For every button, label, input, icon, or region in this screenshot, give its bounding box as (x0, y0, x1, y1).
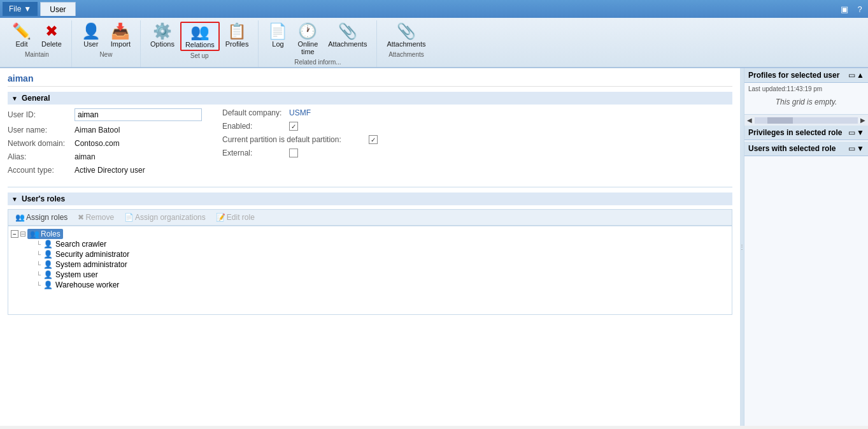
tree-root-row: − ⊟ 👥 Roles (11, 229, 729, 239)
tree-child-icon-2: └ (36, 251, 41, 258)
scroll-right-arrow[interactable]: ▶ (858, 115, 868, 126)
partition-label: Current partition is default partition: (222, 135, 369, 144)
tree-item-label-4: System user (55, 270, 98, 279)
privileges-collapse-icon[interactable]: ▼ (857, 128, 864, 137)
roles-group-icon: 👥 (30, 229, 39, 238)
options-icon: ⚙️ (153, 24, 172, 39)
attachments2-button[interactable]: 📎 Attachments (382, 22, 430, 50)
tree-root-label: Roles (41, 229, 60, 238)
log-icon: 📄 (268, 24, 287, 39)
assign-orgs-icon: 📄 (124, 213, 134, 222)
partition-checkbox[interactable] (369, 135, 378, 144)
delete-button[interactable]: ✖ Delete (37, 22, 66, 50)
attachments2-group-label: Attachments (388, 51, 424, 59)
profiles-section-header[interactable]: Profiles for selected user ▭ ▲ (744, 68, 868, 83)
profiles-section-title: Profiles for selected user (748, 71, 848, 80)
online-time-button[interactable]: 🕐 Onlinetime (293, 22, 322, 57)
attachments2-icon: 📎 (397, 24, 416, 39)
enabled-row: Enabled: (222, 122, 378, 131)
general-arrow: ▼ (11, 95, 18, 102)
user-icon: 👤 (82, 24, 101, 39)
general-left-fields: User ID: User name: Aiman Batool Network… (8, 108, 202, 177)
tree-item-label-2: Security administrator (55, 250, 129, 259)
assign-orgs-button[interactable]: 📄 Assign organizations (120, 211, 210, 224)
tree-child-icon-3: └ (36, 261, 41, 268)
account-type-label: Account type: (8, 166, 75, 175)
remove-button[interactable]: ✖ Remove (73, 211, 118, 224)
relations-icon: 👥 (190, 24, 210, 40)
tree-item-system-user[interactable]: └ 👤 System user (31, 270, 729, 280)
attachments-icon: 📎 (338, 24, 357, 39)
network-domain-label: Network domain: (8, 139, 75, 148)
users-collapse-icon[interactable]: ▼ (857, 144, 864, 153)
tree-item-warehouse-worker[interactable]: └ 👤 Warehouse worker (31, 280, 729, 290)
general-section-label: General (22, 94, 50, 103)
user-name-row: User name: Aiman Batool (8, 126, 202, 135)
edit-button[interactable]: ✏️ Edit (8, 22, 36, 50)
assign-roles-icon: 👥 (15, 213, 25, 222)
privileges-section-header[interactable]: Privileges in selected role ▭ ▼ (744, 126, 868, 140)
attachments-button[interactable]: 📎 Attachments (324, 22, 371, 50)
privileges-expand-icon[interactable]: ▭ (848, 128, 855, 137)
maintain-group-label: Maintain (25, 51, 49, 59)
enabled-checkbox[interactable] (289, 122, 298, 131)
external-checkbox[interactable] (289, 149, 298, 157)
user-tab[interactable]: User (40, 2, 75, 16)
profiles-collapse-icon[interactable]: ▲ (857, 71, 864, 80)
user-button[interactable]: 👤 User (77, 22, 105, 50)
general-section-header[interactable]: ▼ General (8, 92, 732, 105)
account-type-value: Active Directory user (75, 166, 145, 175)
file-label: File (9, 4, 21, 13)
edit-role-label: Edit role (227, 213, 255, 222)
file-menu-button[interactable]: File ▼ (3, 2, 38, 16)
tree-root-node[interactable]: 👥 Roles (27, 229, 63, 239)
new-group-label: New (99, 51, 112, 59)
ribbon-group-new: 👤 User 📥 Import New (72, 20, 141, 67)
log-button[interactable]: 📄 Log (264, 22, 292, 50)
profiles-button[interactable]: 📋 Profiles (221, 22, 253, 50)
general-right-fields: Default company: USMF Enabled: Current p… (222, 108, 378, 177)
import-button[interactable]: 📥 Import (106, 22, 135, 50)
edit-role-icon: 📝 (216, 213, 225, 222)
general-divider (8, 187, 732, 187)
tree-child-icon-4: └ (36, 272, 41, 279)
tree-item-security-admin[interactable]: └ 👤 Security administrator (31, 249, 729, 259)
users-section-header[interactable]: Users with selected role ▭ ▼ (744, 142, 868, 156)
enabled-label: Enabled: (222, 122, 289, 131)
tree-child-icon-1: └ (36, 241, 41, 248)
tree-item-label-1: Search crawler (55, 240, 106, 249)
role-icon-1: 👤 (43, 240, 53, 249)
network-domain-value: Contoso.com (75, 139, 120, 148)
ribbon-group-related: 📄 Log 🕐 Onlinetime 📎 Attachments Related… (259, 20, 377, 67)
delete-icon: ✖ (45, 24, 58, 39)
roles-section-header[interactable]: ▼ User's roles (8, 193, 732, 205)
edit-role-button[interactable]: 📝 Edit role (211, 211, 259, 224)
user-name-label: User name: (8, 126, 75, 135)
profiles-scrollbar[interactable]: ◀ ▶ (744, 114, 868, 126)
external-row: External: (222, 149, 378, 157)
default-company-value[interactable]: USMF (289, 108, 311, 117)
user-id-input[interactable] (75, 108, 202, 121)
users-expand-icon[interactable]: ▭ (848, 144, 855, 153)
profiles-minimize-icon[interactable]: ▭ (848, 71, 855, 80)
alias-row: Alias: aiman (8, 152, 202, 161)
network-domain-row: Network domain: Contoso.com (8, 139, 202, 148)
tree-item-search-crawler[interactable]: └ 👤 Search crawler (31, 239, 729, 249)
role-icon-4: 👤 (43, 270, 53, 279)
scroll-thumb[interactable] (767, 117, 793, 124)
scroll-track[interactable] (755, 117, 858, 124)
tree-item-label-3: System administrator (55, 260, 127, 269)
roles-section: ▼ User's roles 👥 Assign roles ✖ Remove 📄… (8, 193, 732, 315)
tree-item-system-admin[interactable]: └ 👤 System administrator (31, 259, 729, 270)
tree-minus-icon[interactable]: − (11, 230, 18, 238)
options-button[interactable]: ⚙️ Options (146, 22, 179, 50)
relations-button[interactable]: 👥 Relations (180, 22, 220, 51)
window-icon[interactable]: ▣ (839, 3, 850, 15)
help-icon[interactable]: ? (854, 3, 865, 15)
assign-roles-button[interactable]: 👥 Assign roles (11, 211, 72, 224)
roles-arrow: ▼ (11, 196, 18, 203)
roles-tree: − ⊟ 👥 Roles └ 👤 Search crawler └ 👤 S (8, 226, 732, 315)
external-label: External: (222, 149, 289, 157)
scroll-left-arrow[interactable]: ◀ (744, 115, 755, 126)
ribbon-group-setup: ⚙️ Options 👥 Relations 📋 Profiles Set up (141, 20, 259, 67)
